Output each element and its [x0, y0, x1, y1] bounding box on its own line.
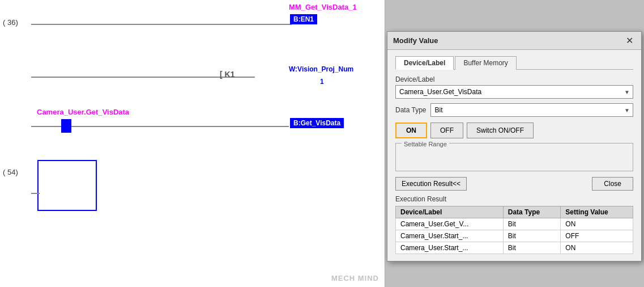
box-54 — [37, 160, 97, 211]
k1-bracket: [ K1 — [220, 70, 234, 79]
on-button[interactable]: ON — [395, 123, 427, 138]
vision-proj-num: 1 — [320, 78, 324, 86]
on-off-button-row: ON OFF Switch ON/OFF — [395, 123, 633, 138]
hline-36 — [31, 24, 292, 25]
modal-titlebar: Modify Value ✕ — [387, 32, 641, 50]
data-type-row: Data Type Bit ▼ — [395, 103, 633, 117]
table-cell-device: Camera_User.Start_... — [396, 230, 504, 242]
row-54-label: ( 54) — [3, 168, 18, 176]
modal-body: Device/Label Buffer Memory Device/Label … — [387, 50, 641, 261]
table-cell-type: Bit — [503, 230, 561, 242]
device-label-field-label: Device/Label — [395, 75, 633, 83]
fb-name-label: MM_Get_VisData_1 — [289, 3, 357, 11]
settable-range-group: Settable Range — [395, 143, 633, 171]
device-label-group: Device/Label Camera_User.Get_VisData ▼ — [395, 75, 633, 99]
modal-title: Modify Value — [393, 36, 438, 45]
execution-result-label: Execution Result — [395, 195, 633, 203]
settable-range-legend: Settable Range — [402, 141, 449, 147]
data-type-group: Data Type Bit ▼ — [395, 103, 633, 117]
data-type-select[interactable]: Bit — [430, 103, 633, 117]
modify-value-dialog: Modify Value ✕ Device/Label Buffer Memor… — [387, 31, 642, 261]
table-cell-device: Camera_User.Start_... — [396, 242, 504, 254]
vision-proj-label: W:Vision_Proj_Num — [289, 65, 374, 73]
ladder-diagram: MM_Get_VisData_1 ( 36) B:EN1 ENO1:B [ K1… — [0, 0, 385, 287]
device-label-select[interactable]: Camera_User.Get_VisData — [395, 85, 633, 99]
ben1-badge: B:EN1 — [290, 14, 317, 24]
camera-contact — [61, 119, 71, 133]
device-label-dropdown-wrapper: Camera_User.Get_VisData ▼ — [395, 85, 633, 99]
col-device-label: Device/Label — [396, 206, 504, 218]
table-cell-type: Bit — [503, 218, 561, 230]
table-cell-value: ON — [561, 218, 633, 230]
data-type-dropdown-wrapper: Bit ▼ — [430, 103, 633, 117]
action-row: Execution Result<< Close — [395, 177, 633, 191]
off-button[interactable]: OFF — [430, 123, 463, 138]
hline-54 — [31, 193, 40, 194]
data-type-field-label: Data Type — [395, 106, 426, 114]
modal-close-button[interactable]: ✕ — [624, 35, 636, 46]
tab-buffer-memory[interactable]: Buffer Memory — [455, 56, 516, 70]
camera-user-label: Camera_User.Get_VisData — [37, 108, 129, 116]
close-button[interactable]: Close — [592, 177, 633, 191]
table-cell-value: OFF — [561, 230, 633, 242]
col-data-type: Data Type — [503, 206, 561, 218]
col-setting-value: Setting Value — [561, 206, 633, 218]
table-cell-type: Bit — [503, 242, 561, 254]
table-row: Camera_User.Start_...BitON — [396, 242, 633, 254]
tab-device-label[interactable]: Device/Label — [395, 56, 454, 70]
execution-result-button[interactable]: Execution Result<< — [395, 177, 467, 191]
table-row: Camera_User.Start_...BitOFF — [396, 230, 633, 242]
get-visdata-badge: B:Get_VisData — [290, 118, 344, 128]
table-row: Camera_User.Get_V...BitON — [396, 218, 633, 230]
table-cell-value: ON — [561, 242, 633, 254]
tab-bar: Device/Label Buffer Memory — [395, 56, 633, 70]
execution-result-table: Device/Label Data Type Setting Value Cam… — [395, 206, 633, 254]
switch-on-off-button[interactable]: Switch ON/OFF — [467, 123, 534, 138]
table-cell-device: Camera_User.Get_V... — [396, 218, 504, 230]
row-36-label: ( 36) — [3, 18, 18, 27]
watermark-label: MECH MIND — [331, 274, 379, 282]
